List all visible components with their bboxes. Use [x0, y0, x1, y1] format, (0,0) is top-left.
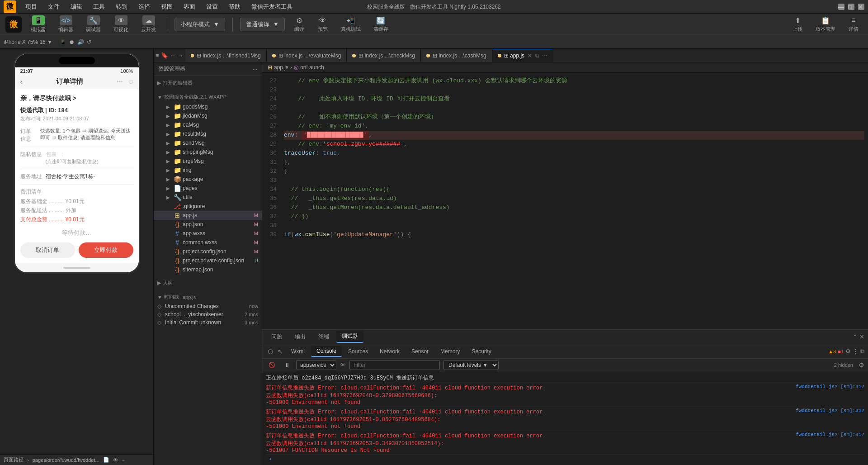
file-projectprivate[interactable]: {} project.private.config.json U — [154, 256, 262, 265]
tab-issues[interactable]: 问题 — [266, 331, 288, 342]
tab-index-cash[interactable]: ⊞ index.js ...\cashMsg — [421, 49, 492, 62]
panel-collapse-icon[interactable]: ⌃ — [853, 333, 858, 340]
menu-item-edit[interactable]: 编辑 — [69, 3, 84, 11]
tab-terminal[interactable]: 终端 — [313, 331, 335, 342]
menu-item-tools[interactable]: 工具 — [91, 3, 107, 11]
tab-bookmark-icon[interactable]: 🔖 — [161, 52, 168, 59]
file-projectconfig[interactable]: {} project.config.json M — [154, 247, 262, 256]
timeline-uncommited[interactable]: ◇ Uncommited Changes now — [154, 302, 262, 310]
panel-close-icon[interactable]: ✕ — [859, 333, 864, 340]
tab-close-icon[interactable]: ✕ — [527, 52, 533, 59]
code-lines[interactable]: // env 参数决定接下来小程序发起的云开发调用 (wx.cloud.xxx)… — [280, 73, 868, 329]
open-editors-header[interactable]: ▶ 打开的编辑器 — [154, 78, 262, 88]
mode-selector[interactable]: 小程序模式 ▼ — [175, 18, 225, 31]
editor-button[interactable]: </> 编辑器 — [55, 14, 77, 35]
undock-icon[interactable]: ⧉ — [860, 348, 864, 355]
menu-item-file[interactable]: 文件 — [46, 3, 61, 11]
folder-urgeMsg[interactable]: ▶ 📁 urgeMsg — [154, 157, 262, 166]
folder-package[interactable]: ▶ 📦 package — [154, 175, 262, 184]
folder-sendMsg[interactable]: ▶ 📁 sendMsg — [154, 138, 262, 147]
menu-item-project[interactable]: 项目 — [24, 3, 39, 11]
folder-oaMsg[interactable]: ▶ 📁 oaMsg — [154, 120, 262, 129]
tab-forward-icon[interactable]: → — [178, 52, 184, 59]
simulator-button[interactable]: 📱 模拟器 — [27, 14, 49, 35]
file-appwxss[interactable]: # app.wxss M — [154, 229, 262, 238]
menu-item-select[interactable]: 选择 — [137, 3, 152, 11]
tab-debugger[interactable]: 调试器 — [336, 331, 363, 343]
tab-appjs[interactable]: ⊞ app.js ✕ ⧉ ⋯ — [492, 49, 553, 62]
window-maximize[interactable]: □ — [848, 4, 854, 10]
folder-utils[interactable]: ▶ 🔧 utils — [154, 193, 262, 202]
folder-pages[interactable]: ▶ 📄 pages — [154, 184, 262, 193]
subtab-network[interactable]: Network — [374, 346, 405, 356]
settings-icon[interactable]: ⚙ — [845, 348, 851, 355]
folder-jiedanMsg[interactable]: ▶ 📁 jiedanMsg — [154, 111, 262, 120]
appservice-select[interactable]: appservice — [296, 360, 336, 370]
tab-split-icon[interactable]: ⧉ — [535, 52, 539, 59]
devtools-pointer-icon[interactable]: ↖ — [276, 348, 285, 355]
subtab-wxml[interactable]: Wxml — [286, 346, 310, 356]
detail-button[interactable]: ≡ 详情 — [844, 15, 863, 33]
subtab-sensor[interactable]: Sensor — [406, 346, 434, 356]
tab-back-icon[interactable]: ← — [170, 52, 176, 59]
phone-privacy-hint[interactable]: (点击即可复制隐私信息) — [46, 158, 99, 165]
subtab-memory[interactable]: Memory — [435, 346, 465, 356]
devtools-inspect-icon[interactable]: ⬡ — [266, 348, 275, 355]
phone-menu-dots[interactable]: ••• — [117, 78, 123, 85]
file-gitignore[interactable]: ⎇ .gitignore — [154, 202, 262, 211]
file-commonwxss[interactable]: # common.wxss M — [154, 238, 262, 247]
window-close[interactable]: ✕ — [858, 4, 864, 10]
timeline-school[interactable]: ◇ school ... ytschoolserver 2 mos — [154, 310, 262, 318]
subtab-console[interactable]: Console — [311, 346, 342, 357]
outline-header[interactable]: ▶ 大纲 — [154, 278, 262, 288]
menu-item-interface[interactable]: 界面 — [182, 3, 197, 11]
window-minimize[interactable]: — — [838, 4, 844, 10]
expand-icon[interactable]: › — [266, 455, 275, 463]
tab-index-evaluate[interactable]: ⊞ index.js ...\evaluateMsg — [267, 49, 347, 62]
menu-item-devtools[interactable]: 微信开发者工具 — [250, 3, 294, 11]
clear-console-button[interactable]: 🚫 — [266, 361, 278, 369]
folder-goodsMsg[interactable]: ▶ 📁 goodsMsg — [154, 102, 262, 111]
subtab-sources[interactable]: Sources — [343, 346, 373, 356]
file-appjson[interactable]: {} app.json M — [154, 220, 262, 229]
clear-cache-button[interactable]: 🔄 清缓存 — [370, 15, 392, 33]
cloud-button[interactable]: ☁ 云开发 — [137, 14, 160, 35]
tab-menu-icon[interactable]: ≡ — [156, 52, 159, 59]
preview-button[interactable]: 👁 预览 — [314, 15, 332, 33]
project-header[interactable]: ▼ 校园服务全线版.2.1 WXAPP — [154, 92, 262, 102]
folder-img[interactable]: ▶ 📁 img — [154, 166, 262, 175]
console-filter-input[interactable] — [349, 360, 440, 370]
eye-icon[interactable]: 👁 — [340, 361, 346, 368]
compile-button[interactable]: ⚙ 编译 — [290, 15, 308, 33]
level-select[interactable]: Default levels ▼ — [443, 360, 499, 370]
visual-button[interactable]: 👁 可视化 — [110, 14, 132, 35]
file-tree-more[interactable]: ··· — [253, 66, 257, 72]
tab-output[interactable]: 输出 — [289, 331, 311, 342]
version-button[interactable]: 📋 版本管理 — [812, 15, 839, 33]
tab-more-icon[interactable]: ⋯ — [542, 52, 547, 59]
file-appjs[interactable]: ⊞ app.js M — [154, 211, 262, 220]
menu-item-settings[interactable]: 设置 — [204, 3, 220, 11]
stop-on-error-button[interactable]: ⏸ — [282, 361, 292, 369]
settings-icon2[interactable]: ⚙ — [859, 361, 864, 369]
phone-pay-button[interactable]: 立即付款 — [79, 242, 133, 258]
menu-item-help[interactable]: 帮助 — [227, 3, 242, 11]
tab-index-check[interactable]: ⊞ index.js ...\checkMsg — [347, 49, 421, 62]
menu-item-view[interactable]: 视图 — [159, 3, 175, 11]
timeline-initial[interactable]: ◇ Initial Commit unknown 3 mos — [154, 318, 262, 327]
phone-back[interactable]: ‹ — [20, 78, 23, 86]
more-icon[interactable]: ⋮ — [853, 348, 859, 355]
folder-shippingMsg[interactable]: ▶ 📁 shippingMsg — [154, 147, 262, 157]
tab-index-finished[interactable]: ⊞ index.js ...\finished1Msg — [185, 49, 267, 62]
file-sitemap[interactable]: {} sitemap.json — [154, 265, 262, 274]
phone-cancel-button[interactable]: 取消订单 — [20, 242, 75, 258]
menu-item-goto[interactable]: 转到 — [114, 3, 129, 11]
folder-resultMsg[interactable]: ▶ 📁 resultMsg — [154, 129, 262, 138]
upload-button[interactable]: ⬆ 上传 — [788, 15, 807, 33]
device-label[interactable]: iPhone X 75% 16 ▼ — [4, 39, 52, 45]
compile-selector[interactable]: 普通编译 ▼ — [240, 18, 285, 31]
subtab-security[interactable]: Security — [466, 346, 496, 356]
timeline-header[interactable]: ▼ 时间线 app.js — [154, 292, 262, 302]
real-debug-button[interactable]: 📲 真机调试 — [337, 15, 364, 33]
debugger-button[interactable]: 🔧 调试器 — [82, 14, 104, 35]
